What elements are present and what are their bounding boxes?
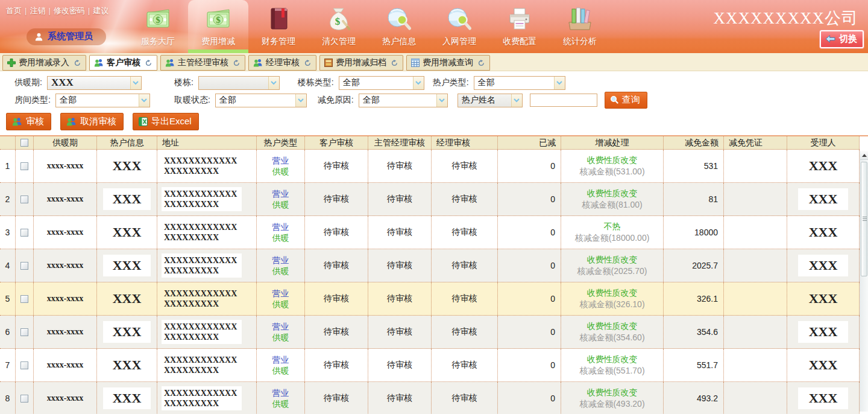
users-icon [165, 59, 175, 67]
table-row[interactable]: 6 xxxx-xxxx XXX XXXXXXXXXXXXXXXXXXXXX 营业… [0, 316, 860, 349]
reduced-cell: 0 [498, 349, 561, 381]
search-icon [610, 95, 619, 104]
top-link[interactable]: 注销 [30, 6, 45, 15]
audit-button[interactable]: 审核 [6, 113, 51, 130]
nav-item-入网管理[interactable]: 入网管理 [429, 0, 489, 53]
tab-主管经理审核[interactable]: 主管经理审核 [160, 55, 245, 71]
refresh-icon[interactable] [391, 60, 398, 66]
nav-item-费用增减[interactable]: $费用增减 [188, 0, 248, 53]
user-badge[interactable]: 系统管理员 [27, 28, 106, 45]
row-checkbox[interactable] [20, 262, 28, 270]
printer-icon [506, 5, 533, 34]
select-all-checkbox[interactable] [20, 139, 28, 147]
customer-audit-cell: 待审核 [305, 249, 368, 282]
manager-audit-cell: 待审核 [432, 282, 498, 315]
nav-item-财务管理[interactable]: 财务管理 [248, 0, 309, 53]
supervisor-audit-cell: 待审核 [368, 282, 432, 315]
filter-row-1: 供暖期: XXX 楼栋: 楼栋类型: 全部 热户类型: 全部 [0, 75, 868, 90]
top-link[interactable]: 建议 [93, 6, 108, 15]
period-select[interactable]: XXX [47, 76, 142, 90]
refresh-icon[interactable] [145, 60, 152, 66]
tab-bar: 费用增减录入客户审核主管经理审核经理审核费用增减归档费用增减查询 [0, 53, 868, 71]
back-arrow-icon [825, 35, 835, 43]
tab-经理审核[interactable]: 经理审核 [248, 55, 316, 71]
table-row[interactable]: 7 xxxx-xxxx XXX XXXXXXXXXXXXXXXXXXXXX 营业… [0, 349, 860, 382]
export-excel-button[interactable]: 导出Excel [133, 113, 199, 130]
tab-label: 经理审核 [266, 57, 300, 68]
row-checkbox[interactable] [20, 361, 28, 369]
users-icon [253, 59, 263, 67]
row-checkbox[interactable] [20, 162, 28, 170]
top-link[interactable]: 修改密码 [54, 6, 85, 15]
ledger-book-icon [266, 5, 291, 34]
table-row[interactable]: 8 xxxx-xxxx XXX XXXXXXXXXXXXXXXXXXXXX 营业… [0, 382, 860, 414]
amount-cell: 551.7 [664, 349, 724, 381]
nav-item-热户信息[interactable]: 热户信息 [369, 0, 429, 53]
scroll-up-button[interactable] [860, 151, 868, 160]
table-row[interactable]: 4 xxxx-xxxx XXX XXXXXXXXXXXXXXXXXXXXX 营业… [0, 249, 860, 282]
reduced-cell: 0 [498, 183, 561, 215]
name-field-select[interactable]: 热户姓名 [458, 94, 523, 107]
nav-label: 服务大厅 [141, 36, 175, 47]
refresh-icon[interactable] [74, 60, 81, 66]
top-link[interactable]: 首页 [6, 6, 22, 15]
table-row[interactable]: 3 xxxx-xxxx XXX XXXXXXXXXXXXXXXXXXXXX 营业… [0, 216, 860, 249]
row-checkbox[interactable] [20, 229, 28, 237]
heating-status-select[interactable]: 全部 [215, 94, 307, 107]
period-label: 供暖期: [14, 77, 42, 88]
row-number: 6 [0, 316, 16, 348]
search-text-input[interactable] [530, 94, 597, 107]
nav-item-服务大厅[interactable]: $服务大厅 [128, 0, 188, 53]
tab-客户审核[interactable]: 客户审核 [89, 55, 157, 71]
row-checkbox[interactable] [20, 395, 28, 403]
process-cell: 收费性质改变核减金额(531.00) [561, 150, 664, 182]
svg-text:$: $ [216, 15, 221, 25]
address-cell: XXXXXXXXXXXXXXXXXXXXX [157, 282, 257, 315]
voucher-cell [724, 150, 787, 182]
voucher-cell [724, 316, 787, 348]
col-voucher: 减免凭证 [724, 136, 787, 149]
nav-item-收费配置[interactable]: 收费配置 [489, 0, 550, 53]
row-number: 8 [0, 382, 16, 414]
row-checkbox[interactable] [20, 328, 28, 336]
nav-label: 费用增减 [201, 36, 235, 47]
refresh-icon[interactable] [233, 60, 240, 66]
scrollbar-thumb[interactable] [861, 162, 867, 276]
tab-费用增减录入[interactable]: 费用增减录入 [2, 55, 86, 71]
building-type-select[interactable]: 全部 [339, 76, 424, 90]
amount-cell: 81 [664, 183, 724, 215]
nav-item-清欠管理[interactable]: $清欠管理 [309, 0, 369, 53]
refresh-icon[interactable] [478, 60, 485, 66]
reduced-cell: 0 [498, 150, 561, 182]
svg-text:$: $ [156, 15, 160, 25]
tab-费用增减查询[interactable]: 费用增减查询 [406, 55, 490, 71]
room-type-select[interactable]: 全部 [55, 94, 150, 107]
refresh-icon[interactable] [304, 60, 311, 66]
customer-type-select[interactable]: 全部 [474, 76, 565, 90]
building-select[interactable] [198, 76, 280, 90]
top-links: 首页|注销|修改密码|建议 [6, 5, 108, 16]
switch-company-button[interactable]: 切换 [820, 30, 864, 48]
heating-status-label: 取暖状态: [174, 95, 210, 106]
table-body: 1 xxxx-xxxx XXX XXXXXXXXXXXXXXXXXXXXX 营业… [0, 150, 868, 414]
table-row[interactable]: 2 xxxx-xxxx XXX XXXXXXXXXXXXXXXXXXXXX 营业… [0, 183, 860, 216]
reduce-reason-select[interactable]: 全部 [359, 94, 448, 107]
table-row[interactable]: 5 xxxx-xxxx XXX XXXXXXXXXXXXXXXXXXXXX 营业… [0, 282, 860, 316]
vertical-scrollbar[interactable] [860, 151, 868, 412]
globe-search-icon [445, 5, 473, 34]
manager-audit-cell: 待审核 [432, 150, 498, 182]
search-button[interactable]: 查询 [605, 92, 647, 109]
row-checkbox[interactable] [20, 295, 28, 303]
row-checkbox[interactable] [20, 196, 28, 203]
link-separator: | [48, 6, 50, 15]
table-row[interactable]: 1 xxxx-xxxx XXX XXXXXXXXXXXXXXXXXXXXX 营业… [0, 150, 860, 183]
cancel-audit-button[interactable]: 取消审核 [60, 113, 124, 130]
tab-label: 费用增减归档 [336, 57, 386, 68]
building-type-label: 楼栋类型: [298, 77, 334, 88]
tab-费用增减归档[interactable]: 费用增减归档 [319, 55, 403, 71]
banknote-icon: $ [204, 5, 232, 34]
customer-audit-cell: 待审核 [305, 349, 368, 381]
tab-label: 主管经理审核 [178, 57, 228, 68]
nav-item-统计分析[interactable]: 统计分析 [550, 0, 610, 53]
col-rownum [0, 136, 16, 149]
